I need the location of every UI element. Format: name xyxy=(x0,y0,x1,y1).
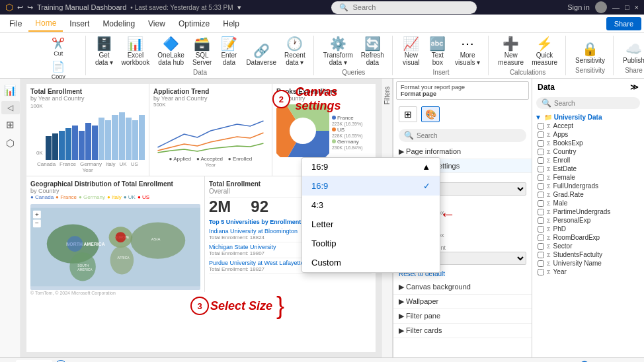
type-dropdown[interactable]: 16:9 ▲ 16:9 ✓ 4:3 Letter Tooltip Custom xyxy=(302,157,440,273)
application-trend-chart: Application Trend by Year and Country 50… xyxy=(149,84,272,176)
svg-point-17 xyxy=(67,236,83,252)
transform-button[interactable]: ⚙️Transformdata ▾ xyxy=(321,36,356,67)
dropdown-option-tooltip[interactable]: Tooltip xyxy=(302,234,440,253)
annotation-3-circle: 3 xyxy=(190,297,209,315)
filters-label: Filters xyxy=(383,87,391,104)
tab-help[interactable]: Help xyxy=(216,17,246,31)
copy-button[interactable]: 📄Copy xyxy=(37,59,80,81)
ribbon-group-insert: 📈Newvisual 🔤Textbox ⋯Morevisuals ▾ Inser… xyxy=(394,36,489,75)
dropdown-option-custom[interactable]: Custom xyxy=(302,253,440,272)
svg-text:−: − xyxy=(35,219,39,227)
svg-text:+: + xyxy=(35,211,39,218)
enter-data-button[interactable]: 📝Enterdata xyxy=(217,36,241,67)
data-panel: Data ≫ 🔍 ▼ 📁 University Data ΣAccept ΣAp… xyxy=(532,79,644,357)
dropdown-option-43[interactable]: 4:3 xyxy=(302,196,440,215)
total-enrollment-title: Total Enrollment xyxy=(30,88,145,95)
dropdown-option-169-selected[interactable]: 16:9 ✓ xyxy=(302,176,440,196)
app-icon: ⬡ xyxy=(5,2,13,13)
filter-pane-section[interactable]: ▶ Filter pane xyxy=(393,309,532,324)
quick-measure-button[interactable]: ⚡Quickmeasure xyxy=(529,36,560,67)
field-phd: ΣPhD xyxy=(535,225,641,233)
add-page-button[interactable]: + xyxy=(55,360,67,363)
cut-icon: ✂️ xyxy=(52,37,65,50)
more-visuals-button[interactable]: ⋯Morevisuals ▾ xyxy=(452,36,483,67)
dataverse-button[interactable]: 🔗Dataverse xyxy=(243,43,279,67)
field-enroll: ΣEnroll xyxy=(535,156,641,164)
cut-button[interactable]: ✂️Cut xyxy=(37,36,80,58)
excel-icon: 📊 xyxy=(127,37,143,50)
share-button[interactable]: Share xyxy=(606,17,641,30)
redo-btn[interactable]: ↪ xyxy=(27,3,33,12)
onelake-button[interactable]: 🔷OneLakedata hub xyxy=(155,36,187,67)
global-search-bar[interactable]: 🔍 xyxy=(331,1,477,14)
format-search-input[interactable] xyxy=(417,132,521,139)
field-roomboardexp: ΣRoomBoardExp xyxy=(535,233,641,242)
geo-distribution-title: Geographical Distribution of Total Enrol… xyxy=(30,180,200,188)
minimize-btn[interactable]: — xyxy=(612,3,620,11)
data-panel-collapse[interactable]: ≫ xyxy=(630,83,639,92)
app-trend-subtitle: by Year and Country xyxy=(153,95,268,102)
ribbon-group-calculations: ➕Newmeasure ⚡Quickmeasure Calculations xyxy=(490,36,566,75)
page-tab-1[interactable]: Page 1 xyxy=(16,360,52,363)
wallpaper-section[interactable]: ▶ Wallpaper xyxy=(393,295,532,309)
field-studentsfaculty: ΣStudentsFactulty xyxy=(535,250,641,259)
total-enrollment-chart: Total Enrollment by Year and Country 100… xyxy=(26,84,149,176)
data-search-icon: 🔍 xyxy=(542,98,551,108)
format-icon-table[interactable]: ⊞ xyxy=(399,106,417,122)
format-panel-icons: ⊞ 🎨 xyxy=(399,106,526,122)
format-search-bar[interactable]: 🔍 xyxy=(399,129,526,142)
saved-text: • Last saved: Yesterday at 5:33 PM xyxy=(130,4,233,11)
svg-text:AMERICA: AMERICA xyxy=(77,268,93,272)
publish-button[interactable]: ☁️Publish xyxy=(620,41,644,65)
sql-server-button[interactable]: 🗃️SQLServer xyxy=(190,36,214,67)
tab-file[interactable]: File xyxy=(3,17,28,31)
new-visual-button[interactable]: 📈Newvisual xyxy=(399,36,423,67)
field-sector: ΣSector xyxy=(535,242,641,250)
tab-view[interactable]: View xyxy=(141,17,172,31)
close-btn[interactable]: × xyxy=(635,3,639,11)
filter-cards-section[interactable]: ▶ Filter cards xyxy=(393,324,532,338)
excel-workbook-button[interactable]: 📊Excelworkbook xyxy=(119,36,153,67)
annotation-2-circle: 2 xyxy=(272,90,290,108)
sign-in-text[interactable]: Sign in xyxy=(567,3,590,11)
dropdown-option-letter[interactable]: Letter xyxy=(302,215,440,234)
canvas-background-section[interactable]: ▶ Canvas background xyxy=(393,280,532,295)
refresh-button[interactable]: 🔄Refreshdata xyxy=(358,36,387,67)
global-search-input[interactable] xyxy=(352,3,458,11)
dataverse-icon: 🔗 xyxy=(253,44,270,57)
get-data-button[interactable]: 🗄️Getdata ▾ xyxy=(93,36,116,67)
tab-home[interactable]: Home xyxy=(28,16,63,32)
university-data-group: ▼ 📁 University Data ΣAccept ΣApps ΣBooks… xyxy=(535,113,641,276)
data-search-input[interactable] xyxy=(554,100,635,107)
ribbon-group-data: 🗄️Getdata ▾ 📊Excelworkbook 🔷OneLakedata … xyxy=(87,36,314,75)
tab-optimize[interactable]: Optimize xyxy=(172,17,216,31)
tab-modeling[interactable]: Modeling xyxy=(96,17,141,31)
nav-report-icon[interactable]: 📊 xyxy=(1,83,20,98)
dropdown-arrow-right: ← xyxy=(440,205,456,223)
new-measure-button[interactable]: ➕Newmeasure xyxy=(495,36,526,67)
undo-btn[interactable]: ↩ xyxy=(17,3,23,12)
field-booksexp: ΣBooksExp xyxy=(535,139,641,147)
transform-icon: ⚙️ xyxy=(330,37,346,50)
publish-icon: ☁️ xyxy=(625,42,642,55)
title-bar: ⬡ ↩ ↪ Training Manual Dashboard • Last s… xyxy=(0,0,644,15)
nav-model-icon[interactable]: ⬡ xyxy=(1,135,20,151)
geo-distribution-subtitle: by Country xyxy=(30,188,200,194)
recent-data-button[interactable]: 🕐Recentdata ▾ xyxy=(282,36,308,67)
map-panel: Geographical Distribution of Total Enrol… xyxy=(26,176,205,292)
user-avatar[interactable] xyxy=(595,1,607,13)
more-visuals-icon: ⋯ xyxy=(461,37,474,50)
data-search-bar[interactable]: 🔍 xyxy=(536,97,640,109)
field-apps: ΣApps xyxy=(535,130,641,139)
nav-table-icon[interactable]: ⊞ xyxy=(1,117,20,133)
curly-brace-icon: } xyxy=(276,295,284,316)
books-exp-legend: France 223K (16.39%) US 228K (16.55%) Ge… xyxy=(332,114,363,150)
format-icon-paint[interactable]: 🎨 xyxy=(421,106,440,122)
nav-back-icon[interactable]: ◁ xyxy=(1,101,20,114)
sensitivity-button[interactable]: 🔒Sensitivity xyxy=(573,41,608,65)
maximize-btn[interactable]: □ xyxy=(625,3,629,11)
select-size-annotation: 3 Select Size } xyxy=(190,295,284,316)
tab-insert[interactable]: Insert xyxy=(63,17,96,31)
refresh-icon: 🔄 xyxy=(364,37,381,50)
text-box-button[interactable]: 🔤Textbox xyxy=(426,36,450,67)
